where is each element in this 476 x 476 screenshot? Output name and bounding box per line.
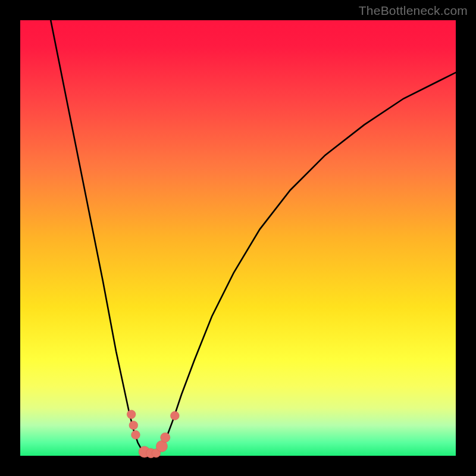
marker-dot bbox=[161, 433, 170, 442]
plot-area bbox=[20, 20, 456, 456]
curve-right bbox=[158, 73, 456, 455]
curve-layer bbox=[20, 20, 456, 456]
chart-frame: TheBottleneck.com bbox=[0, 0, 476, 476]
marker-group bbox=[127, 410, 179, 458]
curve-left bbox=[51, 20, 146, 455]
marker-dot bbox=[127, 410, 136, 419]
marker-dot bbox=[171, 411, 180, 420]
marker-dot bbox=[129, 421, 138, 430]
watermark-text: TheBottleneck.com bbox=[359, 4, 468, 18]
marker-dot bbox=[131, 431, 140, 440]
